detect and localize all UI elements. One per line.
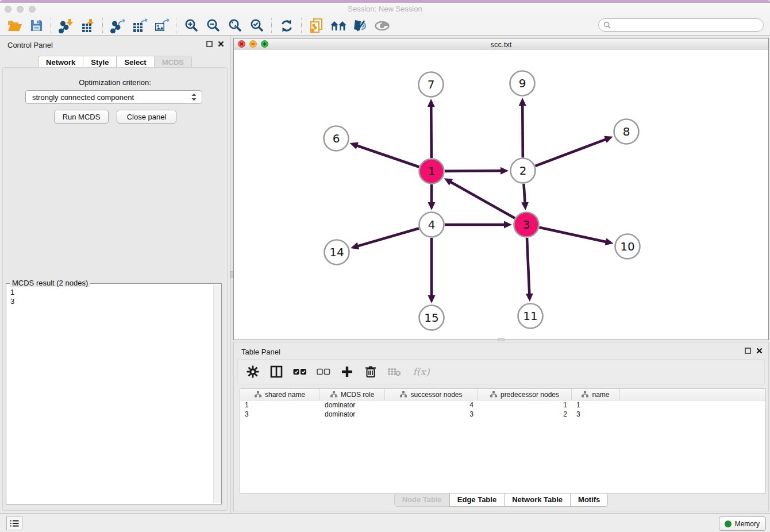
add-row-icon[interactable] xyxy=(340,365,354,379)
toolbar-separator xyxy=(271,18,272,33)
settings-gear-icon[interactable] xyxy=(246,365,260,379)
window-titlebar: Session: New Session xyxy=(0,3,770,17)
tab-node-table[interactable]: Node Table xyxy=(394,493,450,507)
save-session-icon[interactable] xyxy=(25,17,47,34)
select-all-icon[interactable] xyxy=(293,365,307,379)
window-title: Session: New Session xyxy=(0,5,770,13)
edge-2-8[interactable] xyxy=(536,139,607,166)
table-cell[interactable]: 2 xyxy=(478,410,572,418)
table-cell[interactable]: 4 xyxy=(385,401,478,409)
graph-node-label: 4 xyxy=(428,218,436,232)
edge-1-6[interactable] xyxy=(356,145,419,167)
main-toolbar xyxy=(0,16,770,36)
zoom-fit-icon[interactable] xyxy=(224,17,246,34)
edge-3-10[interactable] xyxy=(539,228,606,242)
network-canvas[interactable]: 7968124314101511 xyxy=(234,50,768,340)
tab-motifs[interactable]: Motifs xyxy=(570,493,608,507)
table-cell[interactable]: 1 xyxy=(478,401,572,409)
tab-edge-table[interactable]: Edge Table xyxy=(449,493,505,507)
node-table[interactable]: shared nameMCDS rolesuccessor nodesprede… xyxy=(240,388,766,494)
edge-arrowhead xyxy=(504,221,512,229)
table-cell[interactable]: dominator xyxy=(320,401,385,409)
function-builder-icon: f(x) xyxy=(411,365,432,379)
unselect-all-icon[interactable] xyxy=(317,365,330,379)
edge-arrowhead xyxy=(350,142,359,149)
import-network-icon[interactable] xyxy=(55,17,77,34)
graph-node-label: 1 xyxy=(428,164,436,178)
graph-node-label: 14 xyxy=(329,245,344,259)
graph-node-label: 11 xyxy=(523,309,537,323)
close-panel-icon[interactable] xyxy=(218,41,224,47)
network-graph[interactable]: 7968124314101511 xyxy=(234,50,768,340)
toolbar-separator xyxy=(102,18,103,33)
export-table-icon[interactable] xyxy=(129,17,151,34)
memory-button[interactable]: Memory xyxy=(719,516,766,531)
table-row[interactable]: 1dominator411 xyxy=(240,400,765,410)
float-table-panel-icon[interactable] xyxy=(745,348,751,354)
edge-4-14[interactable] xyxy=(357,228,419,246)
edge-2-9[interactable] xyxy=(522,105,523,157)
selected-criterion: strongly connected component xyxy=(32,93,191,102)
table-cell[interactable]: 3 xyxy=(385,410,478,418)
home-icon[interactable] xyxy=(328,17,349,34)
hierarchy-icon xyxy=(255,391,261,398)
delete-row-icon[interactable] xyxy=(364,365,378,379)
column-header-name[interactable]: name xyxy=(572,389,620,400)
application-window: Session: New Session xyxy=(0,0,770,532)
optimization-criterion-select[interactable]: strongly connected component xyxy=(25,90,202,104)
edge-1-7[interactable] xyxy=(431,106,432,158)
edge-arrowhead xyxy=(428,202,436,210)
zoom-selected-icon[interactable] xyxy=(246,17,268,34)
column-header-predecessor-nodes[interactable]: predecessor nodes xyxy=(478,389,572,400)
edge-1-2[interactable] xyxy=(445,171,502,171)
column-header-shared-name[interactable]: shared name xyxy=(240,389,320,400)
result-scrollbar[interactable] xyxy=(213,285,221,503)
network-window-titlebar: scc.txt xyxy=(234,38,768,51)
mcds-result-line: 1 xyxy=(10,288,209,297)
table-cell[interactable]: 1 xyxy=(572,401,620,409)
close-panel-button[interactable]: Close panel xyxy=(117,110,176,124)
task-history-button[interactable] xyxy=(6,516,22,530)
graph-node-label: 3 xyxy=(523,218,530,232)
column-header-MCDS-role[interactable]: MCDS role xyxy=(320,389,385,400)
table-cell[interactable]: dominator xyxy=(320,410,385,418)
memory-label: Memory xyxy=(735,520,760,528)
columns-icon[interactable] xyxy=(270,365,283,379)
import-table-icon[interactable] xyxy=(77,17,99,34)
graph-node-label: 6 xyxy=(333,132,340,145)
search-input[interactable] xyxy=(614,21,763,30)
table-cell[interactable]: 3 xyxy=(240,410,320,418)
clone-network-icon[interactable] xyxy=(306,17,328,34)
table-cell[interactable]: 3 xyxy=(572,410,620,418)
graph-node-label: 8 xyxy=(623,125,630,138)
table-row[interactable]: 3dominator323 xyxy=(240,410,765,419)
edge-arrowhead xyxy=(604,136,613,143)
edge-arrowhead xyxy=(500,167,509,175)
export-image-icon[interactable] xyxy=(151,17,172,34)
edge-arrowhead xyxy=(521,202,529,210)
zoom-in-icon[interactable] xyxy=(180,17,202,34)
float-panel-icon[interactable] xyxy=(206,41,213,47)
eye-icon[interactable] xyxy=(371,17,393,34)
refresh-view-icon[interactable] xyxy=(276,17,298,34)
hierarchy-icon xyxy=(490,391,497,398)
search-field[interactable] xyxy=(598,18,764,32)
horizontal-splitter-handle[interactable] xyxy=(498,338,505,341)
graphics-details-icon[interactable] xyxy=(349,17,371,34)
zoom-out-icon[interactable] xyxy=(202,17,224,34)
column-header-successor-nodes[interactable]: successor nodes xyxy=(385,389,478,400)
run-mcds-button[interactable]: Run MCDS xyxy=(54,110,109,124)
search-icon xyxy=(603,21,611,29)
open-session-icon[interactable] xyxy=(3,17,25,34)
tab-network-table[interactable]: Network Table xyxy=(504,493,571,507)
export-network-icon[interactable] xyxy=(107,17,129,34)
close-table-panel-icon[interactable] xyxy=(756,348,763,354)
edge-3-1[interactable] xyxy=(450,182,515,218)
hierarchy-icon xyxy=(400,391,407,398)
edge-2-3[interactable] xyxy=(523,184,525,203)
table-cell[interactable]: 1 xyxy=(240,401,320,409)
mcds-result-box: MCDS result (2 nodes) 13 xyxy=(6,283,222,504)
graph-node-label: 15 xyxy=(424,311,438,325)
control-panel: Control Panel NetworkStyleSelectMCDS Opt… xyxy=(0,36,230,513)
edge-3-11[interactable] xyxy=(527,238,529,295)
